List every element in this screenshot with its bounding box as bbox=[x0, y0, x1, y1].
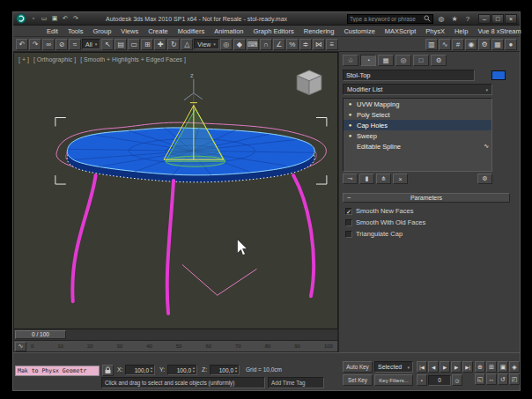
make-unique-icon[interactable]: ⋔ bbox=[376, 174, 391, 184]
object-name-field[interactable] bbox=[343, 70, 475, 81]
select-and-move-icon[interactable]: ✚ bbox=[154, 39, 166, 50]
modify-tab-icon[interactable]: ◔ bbox=[360, 55, 376, 66]
menu-create[interactable]: Create bbox=[148, 27, 168, 35]
undo-icon[interactable]: ↶ bbox=[16, 39, 28, 50]
use-pivot-point-center-icon[interactable]: ◎ bbox=[220, 39, 233, 50]
display-tab-icon[interactable]: □ bbox=[413, 55, 429, 66]
open-file-icon[interactable]: ▭ bbox=[40, 15, 48, 22]
help-icon[interactable]: ? bbox=[462, 15, 473, 23]
utilities-tab-icon[interactable]: ⚙ bbox=[431, 55, 447, 66]
set-key-button[interactable]: Set Key bbox=[343, 374, 373, 386]
menu-modifiers[interactable]: Modifiers bbox=[178, 27, 204, 35]
time-configuration-icon[interactable]: ◷ bbox=[452, 374, 462, 386]
next-frame-icon[interactable]: ▶ bbox=[451, 361, 462, 373]
viewcube[interactable] bbox=[297, 70, 321, 95]
schematic-view-icon[interactable]: # bbox=[452, 39, 464, 50]
align-icon[interactable]: ≡ bbox=[326, 39, 338, 50]
checkbox-box[interactable] bbox=[345, 231, 352, 238]
save-file-icon[interactable]: ▣ bbox=[50, 15, 59, 22]
rendered-frame-window-icon[interactable]: ▦ bbox=[491, 39, 504, 50]
stack-item-poly-select[interactable]: ● Poly Select bbox=[344, 109, 491, 120]
new-scene-icon[interactable]: ▫ bbox=[29, 15, 38, 22]
modifier-bulb-icon[interactable]: ● bbox=[346, 122, 354, 128]
track-bar[interactable]: ∿ 0 10 20 30 40 50 60 70 80 90 100 bbox=[13, 341, 338, 352]
select-object-icon[interactable]: ↖ bbox=[101, 39, 114, 50]
remove-modifier-icon[interactable]: × bbox=[393, 174, 408, 184]
play-animation-icon[interactable]: ▶ bbox=[440, 361, 450, 373]
checkbox-box[interactable]: ✓ bbox=[345, 208, 352, 215]
checkbox-box[interactable] bbox=[345, 219, 352, 226]
application-menu-icon[interactable] bbox=[16, 13, 26, 24]
menu-views[interactable]: Views bbox=[121, 27, 138, 35]
add-time-tag-field[interactable]: Add Time Tag bbox=[268, 377, 324, 388]
maxscript-mini-listener[interactable]: Mak to Physx Geometr bbox=[15, 366, 100, 376]
menu-customize[interactable]: Customize bbox=[344, 27, 374, 35]
curve-editor-icon[interactable]: ∿ bbox=[439, 39, 451, 50]
y-coord-field[interactable]: 100,0 ▲▼ bbox=[167, 365, 197, 375]
pan-view-icon[interactable]: ↔ bbox=[486, 373, 497, 385]
select-and-uniform-scale-icon[interactable]: △ bbox=[181, 39, 193, 50]
stack-item-uvw-mapping[interactable]: ● UVW Mapping bbox=[344, 99, 491, 109]
key-filters-button[interactable]: Key Filters... bbox=[374, 374, 413, 386]
select-and-rotate-icon[interactable]: ↻ bbox=[167, 39, 180, 50]
configure-modifier-sets-icon[interactable]: ⚙ bbox=[477, 174, 492, 184]
favorites-icon[interactable]: ★ bbox=[449, 15, 460, 23]
spinner-arrows-icon[interactable]: ▲▼ bbox=[234, 366, 239, 373]
undo-quick-icon[interactable]: ↶ bbox=[61, 15, 70, 22]
menu-physx[interactable]: PhysX bbox=[425, 27, 445, 35]
bind-to-space-warp-icon[interactable]: ≈ bbox=[69, 39, 81, 50]
spinner-snap-toggle-icon[interactable]: ≑ bbox=[299, 39, 312, 50]
viewport[interactable]: [ + ] [ Orthographic ] [ Smooth + Highli… bbox=[13, 52, 338, 329]
menu-graph-editors[interactable]: Graph Editors bbox=[254, 27, 294, 35]
previous-frame-icon[interactable]: ◀ bbox=[428, 361, 439, 373]
rectangular-selection-region-icon[interactable]: ▭ bbox=[128, 39, 140, 50]
viewport-pov-menu[interactable]: [ Orthographic ] bbox=[33, 56, 76, 63]
menu-tools[interactable]: Tools bbox=[68, 27, 84, 35]
zoom-icon[interactable]: ⊕ bbox=[475, 361, 485, 373]
redo-icon[interactable]: ↷ bbox=[29, 39, 41, 50]
lock-selection-icon[interactable] bbox=[102, 365, 114, 376]
menu-animation[interactable]: Animation bbox=[214, 27, 243, 35]
selection-filter-dropdown[interactable]: All▾ bbox=[82, 39, 100, 49]
object-color-swatch[interactable] bbox=[491, 70, 506, 80]
maximize-button[interactable]: □ bbox=[491, 14, 504, 24]
window-crossing-icon[interactable]: ⊞ bbox=[141, 39, 153, 50]
viewport-shading-menu[interactable]: [ Smooth + Highlights + Edged Faces ] bbox=[80, 56, 186, 63]
spline-helper[interactable] bbox=[182, 264, 256, 295]
modifier-bulb-icon[interactable]: ● bbox=[346, 112, 354, 117]
select-and-link-icon[interactable]: ∞ bbox=[42, 39, 55, 50]
selection-set-dropdown[interactable]: Selected ▾ bbox=[374, 361, 413, 373]
spinner-arrows-icon[interactable]: ▲▼ bbox=[192, 366, 196, 373]
pin-stack-icon[interactable]: ⊸ bbox=[343, 174, 358, 184]
select-and-manipulate-icon[interactable]: ◆ bbox=[233, 39, 246, 50]
show-end-result-icon[interactable]: ▮ bbox=[359, 174, 374, 184]
angle-snap-toggle-icon[interactable]: ∠ bbox=[273, 39, 285, 50]
auto-key-button[interactable]: Auto Key bbox=[343, 361, 373, 373]
go-to-end-icon[interactable]: ▶| bbox=[462, 361, 473, 373]
spinner-arrows-icon[interactable]: ▲▼ bbox=[150, 366, 154, 373]
keyboard-shortcut-override-icon[interactable]: ⌨ bbox=[247, 39, 259, 50]
zoom-extents-all-icon[interactable]: ◈ bbox=[509, 361, 520, 373]
checkbox-smooth-new-faces[interactable]: ✓ Smooth New Faces bbox=[345, 207, 507, 215]
checkbox-smooth-with-old-faces[interactable]: Smooth With Old Faces bbox=[345, 218, 507, 226]
search-icon[interactable] bbox=[424, 15, 431, 22]
stack-item-cap-holes[interactable]: ● Cap Holes bbox=[344, 120, 491, 130]
layer-manager-icon[interactable]: ▥ bbox=[425, 39, 438, 50]
snaps-toggle-icon[interactable]: ∩ bbox=[260, 39, 272, 50]
zoom-region-icon[interactable]: ◱ bbox=[475, 373, 485, 385]
close-button[interactable]: × bbox=[505, 14, 517, 24]
zoom-extents-icon[interactable]: ▣ bbox=[498, 361, 508, 373]
key-mode-toggle-icon[interactable]: ▪ bbox=[417, 374, 427, 386]
render-setup-icon[interactable]: ⚙ bbox=[478, 39, 491, 50]
maximize-viewport-icon[interactable]: ◰ bbox=[509, 373, 520, 385]
modifier-list-dropdown[interactable]: Modifier List ▾ bbox=[343, 84, 492, 95]
z-coord-field[interactable]: 100,0 ▲▼ bbox=[210, 365, 240, 375]
hierarchy-tab-icon[interactable]: ▦ bbox=[378, 55, 394, 66]
menu-help[interactable]: Help bbox=[454, 27, 468, 35]
minimize-button[interactable]: – bbox=[478, 14, 491, 24]
render-production-icon[interactable]: ● bbox=[505, 39, 517, 50]
modifier-bulb-icon[interactable]: ● bbox=[346, 133, 354, 138]
time-slider-handle[interactable]: 0 / 100 bbox=[15, 330, 66, 339]
mini-curve-editor-icon[interactable]: ∿ bbox=[15, 342, 26, 351]
reference-coordinate-dropdown[interactable]: View▾ bbox=[194, 39, 219, 49]
